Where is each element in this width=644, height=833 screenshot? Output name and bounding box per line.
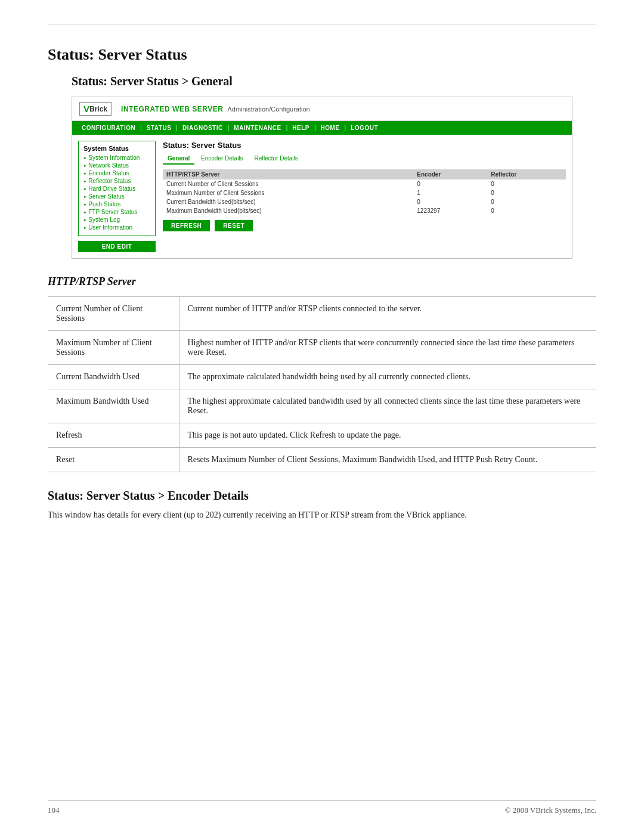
tab-reflector-details[interactable]: Reflector Details bbox=[249, 153, 302, 165]
def-row-max-bandwidth: Maximum Bandwidth Used The highest appro… bbox=[48, 389, 596, 423]
row-encoder: 0 bbox=[413, 179, 487, 188]
def-description: Resets Maximum Number of Client Sessions… bbox=[179, 448, 596, 472]
def-term: Maximum Bandwidth Used bbox=[48, 389, 179, 423]
def-term: Current Number of Client Sessions bbox=[48, 297, 179, 331]
ui-main: Status: Server Status General Encoder De… bbox=[163, 141, 566, 252]
col-header-encoder: Encoder bbox=[413, 169, 487, 179]
row-encoder: 1 bbox=[413, 188, 487, 197]
row-reflector: 0 bbox=[487, 179, 566, 188]
def-row-current-bandwidth: Current Bandwidth Used The approximate c… bbox=[48, 365, 596, 389]
sidebar-link-network-status[interactable]: Network Status bbox=[83, 162, 150, 169]
def-row-refresh: Refresh This page is not auto updated. C… bbox=[48, 423, 596, 448]
nav-diagnostic[interactable]: DIAGNOSTIC bbox=[179, 123, 227, 132]
def-description: This page is not auto updated. Click Ref… bbox=[179, 423, 596, 448]
col-header-reflector: Reflector bbox=[487, 169, 566, 179]
refresh-button[interactable]: REFRESH bbox=[163, 220, 210, 231]
row-encoder: 0 bbox=[413, 197, 487, 206]
row-label: Maximum Number of Client Sessions bbox=[163, 188, 413, 197]
row-reflector: 0 bbox=[487, 206, 566, 215]
vbrick-logo: VBrick bbox=[79, 102, 112, 116]
copyright: © 2008 VBrick Systems, Inc. bbox=[505, 806, 596, 815]
http-rtsp-def-table: Current Number of Client Sessions Curren… bbox=[48, 296, 596, 472]
def-description: Highest number of HTTP and/or RTSP clien… bbox=[179, 331, 596, 365]
nav-help[interactable]: HELP bbox=[289, 123, 313, 132]
row-label: Maximum Bandwidth Used(bits/sec) bbox=[163, 206, 413, 215]
def-term: Refresh bbox=[48, 423, 179, 448]
ui-header: VBrick INTEGRATED WEB SERVER Administrat… bbox=[72, 97, 572, 121]
ui-sidebar: System Status System Information Network… bbox=[78, 141, 156, 252]
ui-button-row: REFRESH RESET bbox=[163, 220, 566, 231]
page-container: Status: Server Status Status: Server Sta… bbox=[0, 0, 644, 833]
table-row: Current Bandwidth Used(bits/sec) 0 0 bbox=[163, 197, 566, 206]
row-reflector: 0 bbox=[487, 197, 566, 206]
page-footer: 104 © 2008 VBrick Systems, Inc. bbox=[48, 800, 596, 815]
logo-v: V bbox=[83, 104, 89, 114]
row-encoder: 1223297 bbox=[413, 206, 487, 215]
end-edit-button[interactable]: END EDIT bbox=[78, 241, 156, 252]
table-row: Current Number of Client Sessions 0 0 bbox=[163, 179, 566, 188]
ui-main-title: Status: Server Status bbox=[163, 141, 566, 150]
table-row: Maximum Number of Client Sessions 1 0 bbox=[163, 188, 566, 197]
sidebar-link-push-status[interactable]: Push Status bbox=[83, 201, 150, 208]
nav-maintenance[interactable]: MAINTENANCE bbox=[230, 123, 284, 132]
def-term: Current Bandwidth Used bbox=[48, 365, 179, 389]
admin-label: Administration/Configuration bbox=[228, 106, 310, 113]
def-term: Maximum Number of Client Sessions bbox=[48, 331, 179, 365]
encoder-desc: This window has details for every client… bbox=[48, 509, 596, 521]
integrated-label: INTEGRATED WEB SERVER bbox=[121, 105, 223, 113]
tab-encoder-details[interactable]: Encoder Details bbox=[196, 153, 248, 165]
table-row: Maximum Bandwidth Used(bits/sec) 1223297… bbox=[163, 206, 566, 215]
top-rule bbox=[48, 24, 596, 24]
page-number: 104 bbox=[48, 806, 60, 815]
row-label: Current Bandwidth Used(bits/sec) bbox=[163, 197, 413, 206]
ui-screenshot-box: VBrick INTEGRATED WEB SERVER Administrat… bbox=[72, 97, 572, 259]
http-rtsp-title: HTTP/RTSP Server bbox=[48, 275, 596, 288]
nav-configuration[interactable]: CONFIGURATION bbox=[78, 123, 139, 132]
nav-home[interactable]: HOME bbox=[317, 123, 343, 132]
ui-sidebar-title: System Status bbox=[83, 145, 150, 152]
logo-brick: Brick bbox=[89, 105, 107, 113]
reset-button[interactable]: RESET bbox=[215, 220, 253, 231]
row-reflector: 0 bbox=[487, 188, 566, 197]
row-label: Current Number of Client Sessions bbox=[163, 179, 413, 188]
def-description: The approximate calculated bandwidth bei… bbox=[179, 365, 596, 389]
def-term: Reset bbox=[48, 448, 179, 472]
def-row-current-sessions: Current Number of Client Sessions Curren… bbox=[48, 297, 596, 331]
ui-tabs: General Encoder Details Reflector Detail… bbox=[163, 153, 566, 165]
sidebar-link-reflector-status[interactable]: Reflector Status bbox=[83, 178, 150, 184]
sidebar-link-server-status[interactable]: Server Status bbox=[83, 193, 150, 200]
ui-body: System Status System Information Network… bbox=[72, 135, 572, 258]
def-row-max-sessions: Maximum Number of Client Sessions Highes… bbox=[48, 331, 596, 365]
sidebar-link-system-log[interactable]: System Log bbox=[83, 216, 150, 223]
sidebar-link-ftp-status[interactable]: FTP Server Status bbox=[83, 209, 150, 215]
sidebar-link-hard-drive[interactable]: Hard Drive Status bbox=[83, 185, 150, 192]
nav-status[interactable]: STATUS bbox=[143, 123, 175, 132]
tab-general[interactable]: General bbox=[163, 153, 194, 165]
ui-nav: CONFIGURATION | STATUS | DIAGNOSTIC | MA… bbox=[72, 121, 572, 135]
sidebar-link-encoder-status[interactable]: Encoder Status bbox=[83, 170, 150, 176]
section-general-title: Status: Server Status > General bbox=[72, 75, 596, 88]
page-title: Status: Server Status bbox=[48, 46, 596, 64]
ui-header-title: INTEGRATED WEB SERVER Administration/Con… bbox=[121, 105, 310, 113]
sidebar-link-user-info[interactable]: User Information bbox=[83, 224, 150, 231]
sidebar-link-system-info[interactable]: System Information bbox=[83, 154, 150, 161]
encoder-section-title: Status: Server Status > Encoder Details bbox=[48, 489, 596, 503]
nav-logout[interactable]: LOGOUT bbox=[347, 123, 382, 132]
def-description: Current number of HTTP and/or RTSP clien… bbox=[179, 297, 596, 331]
ui-sidebar-box: System Status System Information Network… bbox=[78, 141, 156, 236]
ui-table: HTTP/RTSP Server Encoder Reflector Curre… bbox=[163, 169, 566, 215]
def-description: The highest approximate calculated bandw… bbox=[179, 389, 596, 423]
col-header-server: HTTP/RTSP Server bbox=[163, 169, 413, 179]
def-row-reset: Reset Resets Maximum Number of Client Se… bbox=[48, 448, 596, 472]
